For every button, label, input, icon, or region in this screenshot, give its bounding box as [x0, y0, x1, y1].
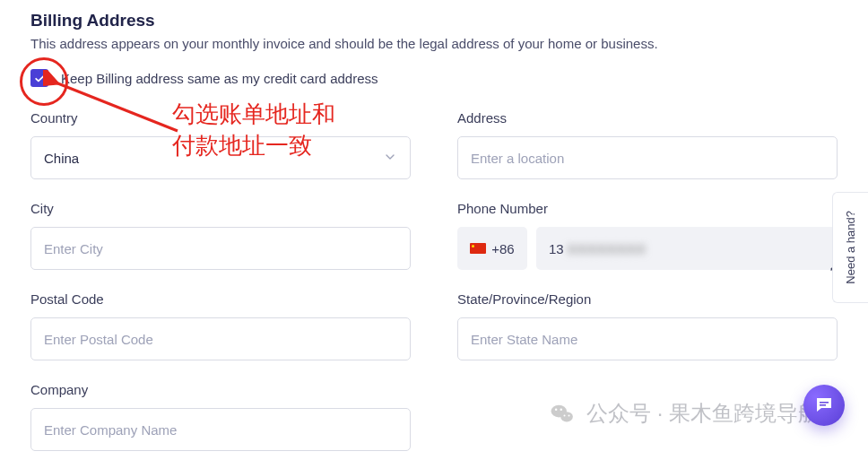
postal-field: Postal Code [30, 291, 411, 360]
address-label: Address [457, 110, 838, 126]
postal-input[interactable] [30, 317, 411, 360]
help-tab-label: Need a hand? [844, 211, 857, 284]
billing-address-section: Billing Address This address appears on … [0, 0, 868, 451]
chevron-down-icon [383, 150, 397, 167]
phone-label: Phone Number [457, 201, 838, 216]
region-field: State/Province/Region [457, 291, 838, 360]
company-field: Company [30, 382, 411, 451]
section-title: Billing Address [30, 11, 838, 30]
company-input[interactable] [30, 408, 411, 451]
same-as-card-checkbox[interactable] [30, 69, 48, 87]
check-icon [34, 73, 46, 84]
country-select[interactable]: China [30, 136, 411, 179]
same-as-card-label: Keep Billing address same as my credit c… [61, 71, 378, 86]
svg-rect-8 [820, 404, 826, 406]
city-input[interactable] [30, 227, 411, 270]
section-subtitle: This address appears on your monthly inv… [30, 36, 838, 51]
phone-cc-value: +86 [491, 241, 514, 256]
help-tab[interactable]: Need a hand? [832, 192, 868, 303]
region-input[interactable] [457, 317, 838, 360]
svg-rect-7 [820, 402, 829, 404]
country-field: Country China [30, 110, 411, 179]
address-input[interactable] [457, 136, 838, 179]
address-field: Address [457, 110, 838, 179]
flag-cn-icon [470, 243, 486, 254]
billing-form: Country China Address City Phone Number … [30, 110, 838, 451]
country-label: Country [30, 110, 411, 126]
phone-field: Phone Number +86 13 XXXXXXXX [457, 201, 838, 270]
region-label: State/Province/Region [457, 291, 838, 307]
phone-country-code[interactable]: +86 [457, 227, 527, 270]
phone-prefix: 13 [549, 241, 564, 256]
phone-number-display[interactable]: 13 XXXXXXXX [536, 227, 838, 270]
same-as-card-checkbox-row[interactable]: Keep Billing address same as my credit c… [30, 69, 838, 87]
phone-masked: XXXXXXXX [568, 241, 647, 256]
country-value: China [44, 151, 79, 166]
chat-fab[interactable] [803, 385, 845, 426]
chat-icon [813, 395, 835, 416]
company-label: Company [30, 382, 411, 397]
postal-label: Postal Code [30, 291, 411, 307]
city-label: City [30, 201, 411, 216]
city-field: City [30, 201, 411, 270]
